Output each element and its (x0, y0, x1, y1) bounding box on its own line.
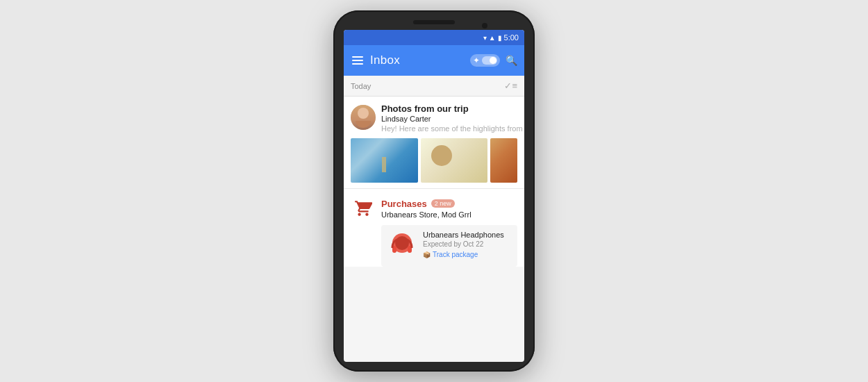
section-title: Today (351, 82, 371, 90)
app-bar-actions: ✦ 🔍 (470, 54, 517, 67)
menu-line-3 (352, 63, 363, 65)
purchases-title-row: Purchases 2 new (381, 199, 517, 209)
purchases-label: Purchases (381, 199, 427, 209)
email-content: Photos from our trip Lindsay Carter Hey!… (381, 103, 524, 133)
headphones-image (387, 231, 417, 261)
email-item[interactable]: Photos from our trip Lindsay Carter Hey!… (344, 97, 524, 189)
section-header: Today ✓≡ (344, 76, 524, 97)
phone-camera (482, 23, 487, 28)
toggle-dot (490, 57, 496, 64)
card-subtitle: Expected by Oct 22 (423, 240, 512, 248)
email-sender: Lindsay Carter (381, 115, 524, 123)
email-subject: Photos from our trip (381, 103, 524, 114)
menu-line-2 (352, 60, 363, 61)
status-bar: ▾ ▲ ▮ 5:00 (344, 30, 524, 45)
bundle-toggle[interactable]: ✦ (470, 54, 500, 67)
search-button[interactable]: 🔍 (506, 55, 517, 66)
purchases-header: Purchases 2 new Urbanears Store, Mod Grr… (351, 196, 517, 221)
photo-thumb-3 (490, 138, 517, 183)
track-text: Track package (433, 251, 478, 258)
phone-device: ▾ ▲ ▮ 5:00 Inbox ✦ 🔍 (333, 10, 535, 372)
track-icon: 📦 (423, 251, 431, 258)
cart-icon (354, 199, 372, 217)
avatar-face (351, 105, 376, 130)
wifi-icon: ▾ (483, 34, 487, 42)
purchases-item[interactable]: Purchases 2 new Urbanears Store, Mod Grr… (344, 189, 524, 267)
purchases-info: Purchases 2 new Urbanears Store, Mod Grr… (381, 199, 517, 219)
toggle-pill (482, 56, 497, 65)
track-link[interactable]: 📦 Track package (423, 251, 512, 258)
menu-button[interactable] (351, 55, 365, 66)
headphones-svg (387, 231, 417, 261)
phone-screen: ▾ ▲ ▮ 5:00 Inbox ✦ 🔍 (344, 30, 524, 362)
email-preview: Hey! Here are some of the highlights fro… (381, 124, 524, 133)
card-title: Urbanears Headphones (423, 231, 512, 239)
check-all-icon[interactable]: ✓≡ (504, 81, 517, 91)
card-text: Urbanears Headphones Expected by Oct 22 … (423, 231, 512, 258)
cart-icon-wrap (351, 196, 376, 221)
photo-thumb-1 (351, 138, 418, 183)
menu-line-1 (352, 56, 363, 58)
photo-thumbnails (351, 138, 517, 183)
avatar (351, 105, 376, 130)
status-icons: ▾ ▲ ▮ 5:00 (483, 33, 519, 42)
app-bar: Inbox ✦ 🔍 (344, 45, 524, 76)
email-header: Photos from our trip Lindsay Carter Hey!… (351, 103, 517, 133)
photo-thumb-2 (421, 138, 488, 183)
purchases-stores: Urbanears Store, Mod Grrl (381, 210, 517, 219)
phone-speaker (413, 20, 455, 24)
card-preview: Urbanears Headphones Expected by Oct 22 … (381, 225, 517, 267)
new-badge: 2 new (431, 199, 455, 208)
signal-icon: ▲ (489, 34, 496, 42)
app-title: Inbox (370, 53, 465, 67)
battery-icon: ▮ (498, 34, 502, 42)
status-time: 5:00 (504, 33, 519, 42)
bundle-star-icon: ✦ (473, 56, 480, 65)
